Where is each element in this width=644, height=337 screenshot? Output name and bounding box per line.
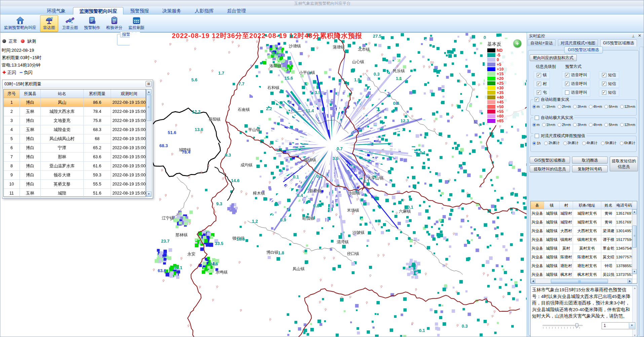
radar-canvas[interactable] [130,33,527,337]
scroll-down-icon[interactable]: ▼ [632,269,637,274]
checkbox-icon[interactable] [602,90,606,95]
radio-icon[interactable] [601,141,605,145]
contact-row[interactable]: 兴业县城隍镇大西村大西村支书梁泽建130149571 [531,227,637,236]
radio-option-4h+m[interactable]: 4h+m [589,104,602,109]
contact-row[interactable]: 兴业县城隍镇塘肚村塘肚村支书钟塔137885534 [531,262,637,270]
radio-option-1h+m[interactable]: 1h+m [542,104,556,109]
extract-call-button[interactable]: 提取呼叫的信息员 [530,165,570,172]
radio-option-6h累计[interactable]: 6h累计 [620,141,635,145]
radio-option-m[interactable]: m [532,104,540,109]
call-level-button[interactable]: 靶向叫应的级别和方式 [530,54,577,61]
toolbar-button-检验评分[interactable]: 检验评分 [104,15,125,32]
radio-icon[interactable] [620,123,624,127]
extract-sms-button[interactable]: 提取发短信的信息员 [610,157,638,171]
contact-row[interactable]: 兴业县城隍镇城隍村城隍村支书黄铸135176975 [531,209,637,218]
contact-row[interactable]: 兴业县城隍镇镇南村镇南村支书谭于模151775946 [531,236,637,244]
toolbar-button-预警制作[interactable]: 预警制作 [82,15,103,32]
table-row[interactable]: 3博白文地姜充75.82022-08-19 15:00 [4,116,146,125]
volume-slider[interactable] [542,323,583,329]
column-header[interactable]: 职务/地址 [573,201,601,209]
menu-tab-环境气象[interactable]: 环境气象 [41,7,72,14]
voice-checkbox[interactable]: 语音呼叫 [562,71,590,79]
checkbox-icon[interactable] [537,73,541,77]
scroll-thumb[interactable] [146,95,151,121]
column-header[interactable]: 镇 [544,201,560,209]
column-header[interactable]: 电话号码 [616,201,633,209]
menu-tab-后台管理[interactable]: 后台管理 [221,7,252,14]
radio-option-5h+m[interactable]: 5h+m [604,104,618,109]
rain-live-checkbox[interactable] [535,97,539,102]
checkbox-icon[interactable] [565,82,569,86]
copy-numbers-button[interactable]: 复制呼叫号码 [572,165,608,172]
sms-checkbox[interactable]: 短信 [599,89,619,96]
radio-icon[interactable] [532,105,536,109]
table-row[interactable]: 11玉林城隍51.62022-08-19 15:00 [4,189,146,198]
radio-icon[interactable] [532,123,536,127]
cancel-select-button[interactable]: 取消圈选 [572,157,608,164]
sms-checkbox[interactable]: 短信 [599,71,619,79]
checkbox-icon[interactable] [537,82,541,86]
menu-tab-监测预警靶向叫应[interactable]: 监测预警靶向叫应 [73,7,123,14]
rain-table-scrollbar[interactable]: ▲ ▼ [146,89,152,197]
radio-option-3h累计[interactable]: 3h累计 [563,141,579,145]
panel-tab-GIS预警区域圈选[interactable]: GIS预警区域圈选 [600,39,637,46]
radio-option-2h+m[interactable]: 2h+m [558,104,571,109]
table-row[interactable]: 2玉林城隍大西水库78.42022-08-19 15:00 [4,107,146,116]
column-header[interactable]: 站名 [41,89,84,98]
voice-checkbox[interactable]: 语音呼叫 [562,89,590,96]
radio-icon[interactable] [558,105,561,109]
table-row[interactable]: 7博白那林63.62022-08-19 15:00 [4,153,146,162]
radio-icon[interactable] [558,123,561,127]
panel-scrollbar[interactable] [640,47,644,337]
table-row[interactable]: 5博白凤山镇凤山村682022-08-19 15:00 [4,134,146,143]
column-header[interactable]: 所属县 [20,89,41,98]
radio-icon[interactable] [589,105,593,109]
radio-option-12h+m[interactable]: 12h+m [620,123,635,127]
radio-icon[interactable] [604,123,608,127]
radio-icon[interactable] [589,123,593,127]
radio-icon[interactable] [563,141,567,145]
checkbox-icon[interactable] [602,82,606,86]
table-row[interactable]: 6博白宁潭65.22022-08-19 15:00 [4,143,146,153]
radio-icon[interactable] [582,141,586,145]
scroll-thumb[interactable] [632,225,637,248]
radio-icon[interactable] [620,105,624,109]
menu-tab-预警预报[interactable]: 预警预报 [124,7,155,14]
table-row[interactable]: 8博白亚山温罗水库61.62022-08-19 15:00 [4,162,146,171]
sms-checkbox[interactable]: 短信 [599,80,619,88]
warning-message-box[interactable]: 玉林市气象台19日5时15分发布暴雨橙色预警信号：4时以来兴业县城隍大西水库已出… [530,286,637,337]
toolbar-button-监测预警靶向叫应[interactable]: 监测预警靶向叫应 [2,15,39,32]
column-header[interactable]: 县 [531,201,544,209]
toolbar-button-卫星云图[interactable]: 卫星云图 [60,15,80,32]
scroll-left-icon[interactable]: ◀ [531,279,535,283]
menu-tab-决策服务[interactable]: 决策服务 [156,7,187,14]
voice-checkbox[interactable]: 语音呼叫 [562,80,590,88]
radio-option-1h[interactable]: 1h [532,141,541,145]
column-header[interactable]: 累积雨量 [84,89,111,98]
radio-option-4h累计[interactable]: 4h累计 [582,141,598,145]
menu-tab-人影指挥[interactable]: 人影指挥 [189,7,220,14]
level-checkbox-镇[interactable]: 镇 [534,71,550,79]
contact-row[interactable]: 兴业县城隍镇枫木村枫木村支书吴以悦137375511 [531,270,637,279]
radio-icon[interactable] [573,123,577,127]
panel-tab-自动站+雷达[interactable]: 自动站+雷达 [528,39,556,46]
column-header[interactable]: 观测时间 [111,89,147,98]
table-row[interactable]: 10博白英桥文黎55.52022-08-19 15:00 [4,180,146,189]
checkbox-icon[interactable] [537,90,541,95]
slider-thumb[interactable] [575,323,578,328]
column-header[interactable]: 姓名 [601,201,616,209]
radio-option-4h+m[interactable]: 4h+m [589,123,602,127]
chevron-down-icon[interactable]: ▼ [629,323,635,329]
contact-table-vscrollbar[interactable]: ▲ ▼ [632,209,637,274]
radio-icon[interactable] [542,105,546,109]
radio-option-m[interactable]: m [532,123,540,127]
speed-dropdown[interactable]: 1 ▼ [602,322,635,329]
table-row[interactable]: 9博白顿谷大塘59.32022-08-19 15:00 [4,171,146,180]
wind-live-checkbox[interactable] [535,116,539,120]
scroll-thumb[interactable] [551,279,608,283]
message-scrollbar[interactable]: ▲ ▼ [632,286,637,337]
radio-option-5h累计[interactable]: 5h累计 [601,141,616,145]
forecast-checkbox[interactable] [535,134,539,138]
scroll-up-icon[interactable]: ▲ [632,209,637,214]
radar-map[interactable]: 2022-08-19 12时36分至2022-08-19 12时48分累积降水预… [130,33,527,337]
